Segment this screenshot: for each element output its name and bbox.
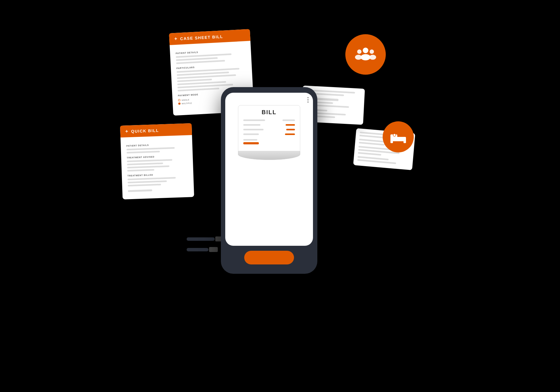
bl-5 bbox=[243, 129, 264, 130]
qb-patient-line-1 bbox=[127, 147, 175, 150]
cable-1 bbox=[187, 237, 215, 241]
single-label: SINGLE bbox=[181, 99, 189, 101]
patient-line-1 bbox=[176, 54, 231, 58]
qb-patient-label: PATIENT DETAILS bbox=[126, 143, 187, 147]
dot-2 bbox=[307, 99, 309, 100]
svg-point-1 bbox=[361, 54, 371, 60]
svg-point-11 bbox=[394, 134, 396, 136]
svg-point-2 bbox=[357, 49, 362, 54]
qb-patient-line-2 bbox=[127, 151, 160, 154]
quick-bill-card: + QUICK BILL PATIENT DETAILS TREATMENT A… bbox=[120, 123, 194, 199]
quick-bill-title: QUICK BILL bbox=[131, 128, 159, 133]
multiple-label: MULTIPLE bbox=[182, 102, 192, 105]
bill-scroll: BILL bbox=[238, 105, 300, 160]
svg-point-0 bbox=[363, 48, 368, 53]
phone-action-button[interactable] bbox=[244, 251, 294, 264]
ta-line-4 bbox=[127, 169, 154, 171]
case-sheet-title: CASE SHEET BILL bbox=[180, 34, 223, 41]
qb-total-line bbox=[128, 189, 152, 192]
people-circle-icon bbox=[345, 34, 386, 75]
bed-circle-icon bbox=[383, 121, 414, 152]
ta-line-2 bbox=[127, 162, 163, 165]
ta-line-1 bbox=[127, 159, 172, 162]
tb-line-2 bbox=[128, 180, 167, 183]
ta-line-3 bbox=[127, 166, 170, 169]
svg-point-3 bbox=[355, 55, 362, 60]
bl-6 bbox=[286, 129, 295, 130]
rd2-l7 bbox=[358, 152, 381, 156]
quick-plus-icon: + bbox=[125, 128, 128, 134]
bl-4 bbox=[286, 124, 295, 126]
radio-multiple bbox=[178, 102, 180, 105]
main-scene: + CASE SHEET BILL PATIENT DETAILS PARTIC… bbox=[109, 25, 451, 367]
svg-rect-8 bbox=[390, 140, 393, 143]
cable-area bbox=[187, 236, 224, 252]
bl-9 bbox=[243, 139, 257, 141]
plus-icon: + bbox=[174, 36, 178, 42]
bl-2 bbox=[282, 119, 295, 121]
bill-scroll-top: BILL bbox=[238, 105, 300, 151]
tb-line-1 bbox=[128, 177, 176, 180]
bl-8 bbox=[285, 133, 295, 135]
bl-1 bbox=[243, 119, 265, 121]
dot-1 bbox=[307, 97, 309, 98]
treatment-billed-label: TREATMENT BILLED bbox=[127, 173, 188, 177]
rd2-l4 bbox=[359, 142, 385, 146]
dot-3 bbox=[307, 101, 309, 103]
phone-screen: BILL bbox=[225, 93, 313, 246]
bill-title: BILL bbox=[243, 109, 295, 116]
treatment-advised-label: TREATMENT ADVISED bbox=[127, 155, 187, 159]
bl-3 bbox=[243, 124, 260, 126]
phone: BILL bbox=[221, 87, 317, 274]
bl-7 bbox=[243, 133, 259, 135]
radio-single bbox=[178, 99, 180, 101]
svg-rect-9 bbox=[404, 140, 406, 143]
bl-10 bbox=[243, 142, 259, 144]
phone-menu-dots bbox=[307, 97, 309, 103]
plug-2 bbox=[209, 247, 218, 252]
rd2-l9 bbox=[357, 159, 396, 164]
tb-line-3 bbox=[128, 184, 161, 187]
svg-point-5 bbox=[369, 55, 376, 60]
bill-scroll-curl bbox=[238, 151, 300, 160]
part-line-4 bbox=[177, 79, 212, 82]
svg-point-4 bbox=[370, 49, 374, 54]
cable-2 bbox=[187, 248, 208, 251]
part-line-7 bbox=[178, 88, 219, 91]
